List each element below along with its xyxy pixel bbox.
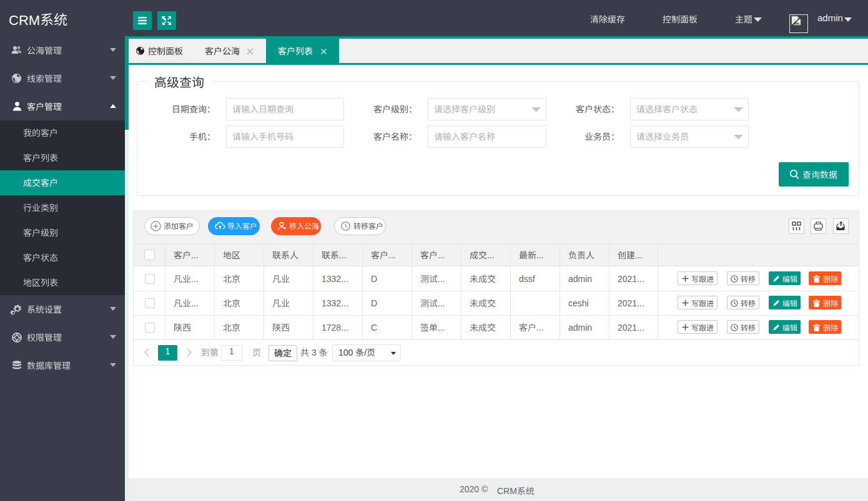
svg-text:...: ... (536, 250, 544, 260)
svg-text:...: ... (635, 250, 643, 260)
svg-text:...: ... (536, 323, 544, 333)
svg-text:D: D (371, 298, 377, 308)
svg-text:...: ... (191, 274, 199, 284)
svg-text:C: C (371, 323, 377, 333)
svg-text:...: ... (339, 250, 347, 260)
svg-text:...: ... (191, 298, 199, 308)
svg-text:1728...: 1728... (322, 323, 348, 333)
svg-text:D: D (371, 274, 377, 284)
svg-text:2021...: 2021... (618, 274, 644, 284)
svg-text:CRM: CRM (9, 12, 40, 27)
svg-text:...: ... (438, 250, 445, 260)
svg-text:CRM: CRM (497, 486, 517, 496)
svg-text:1332...: 1332... (322, 298, 348, 308)
svg-text:ceshi: ceshi (568, 298, 589, 308)
svg-text:...: ... (438, 323, 445, 333)
svg-text:1332...: 1332... (322, 274, 348, 284)
svg-text:...: ... (438, 298, 445, 308)
svg-text:...: ... (191, 250, 199, 260)
svg-text:...: ... (487, 250, 495, 260)
svg-text:...: ... (438, 274, 445, 284)
svg-text:dssf: dssf (519, 274, 535, 284)
svg-text:...: ... (388, 250, 396, 260)
svg-text:2021...: 2021... (618, 323, 644, 333)
svg-text:admin: admin (568, 323, 592, 333)
svg-text:admin: admin (568, 274, 592, 284)
svg-text:3: 3 (312, 348, 317, 358)
svg-text:2021...: 2021... (618, 298, 644, 308)
svg-text:100: 100 (338, 348, 353, 358)
svg-text:/: / (364, 348, 367, 358)
